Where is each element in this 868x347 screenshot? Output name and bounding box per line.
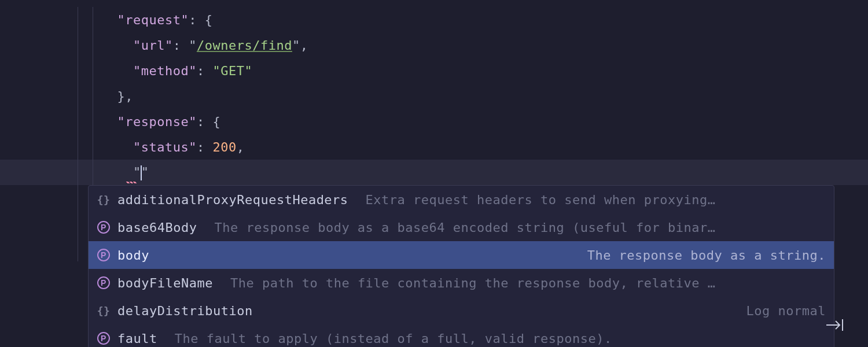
autocomplete-description: The response body as a base64 encoded st… [214,220,826,235]
autocomplete-description: The path to the file containing the resp… [230,276,826,290]
code-line[interactable]: "url": "/owners/find", [0,32,868,58]
property-icon: P [97,248,111,262]
autocomplete-popup: {}additionalProxyRequestHeadersExtra req… [88,185,834,347]
property-icon: P [97,276,111,290]
code-content: "response": { [69,115,220,129]
autocomplete-item[interactable]: Pbase64BodyThe response body as a base64… [89,213,834,241]
error-squiggle [126,182,137,183]
code-content: "status": 200, [69,140,244,154]
autocomplete-item[interactable]: {}additionalProxyRequestHeadersExtra req… [89,186,834,213]
autocomplete-description: Extra request headers to send when proxy… [366,193,826,207]
autocomplete-description: Log normal [270,304,826,318]
code-content: "request": { [69,13,212,27]
property-icon: P [97,220,111,234]
object-icon: {} [97,193,111,206]
autocomplete-label: fault [117,331,157,346]
autocomplete-label: delayDistribution [117,304,253,318]
autocomplete-item[interactable]: PbodyFileNameThe path to the file contai… [89,269,834,297]
autocomplete-item[interactable]: PfaultThe fault to apply (instead of a f… [89,324,834,347]
autocomplete-description: The fault to apply (instead of a full, v… [175,331,826,346]
code-line[interactable]: "method": "GET" [0,58,868,83]
code-content: }, [69,89,133,104]
autocomplete-label: additionalProxyRequestHeaders [117,193,348,207]
code-content: "url": "/owners/find", [69,38,308,53]
code-content: "method": "GET" [69,64,252,78]
code-line[interactable]: "request": { [0,7,868,32]
autocomplete-description: The response body as a string. [167,248,826,263]
autocomplete-label: bodyFileName [117,276,213,290]
autocomplete-label: body [117,248,149,263]
code-content: "" [69,165,149,180]
code-line[interactable]: "response": { [0,109,868,134]
code-line[interactable]: }, [0,83,868,109]
autocomplete-item[interactable]: {}delayDistributionLog normal [89,297,834,324]
property-icon: P [97,331,111,345]
tab-forward-icon [825,318,845,335]
object-icon: {} [97,304,111,318]
autocomplete-item[interactable]: PbodyThe response body as a string. [89,241,834,269]
autocomplete-label: base64Body [117,220,197,235]
code-line[interactable]: "status": 200, [0,134,868,160]
